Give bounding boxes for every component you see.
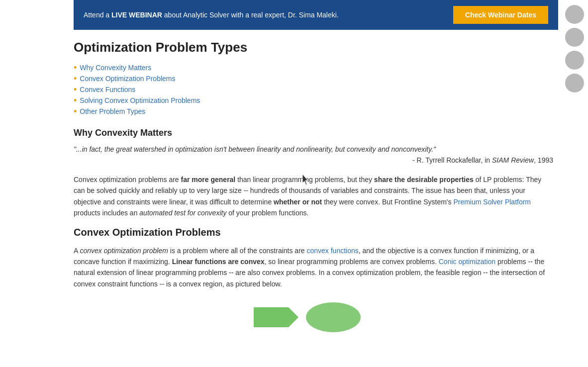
convex-diagram (239, 297, 388, 337)
toc-link-3[interactable]: Convex Functions (80, 86, 135, 93)
toc-bullet-3: • (74, 85, 77, 94)
page-title: Optimization Problem Types (74, 40, 553, 55)
main-content: Optimization Problem Types • Why Convexi… (74, 30, 553, 337)
convex-opt-bold: Linear functions are convex (172, 258, 265, 266)
why-convexity-title: Why Convexity Matters (74, 128, 553, 138)
diagram-area (74, 297, 553, 337)
toc-item-1: • Why Convexity Matters (74, 63, 553, 72)
premium-solver-link[interactable]: Premium Solver Platform (453, 198, 531, 206)
svg-point-1 (306, 302, 361, 332)
convex-functions-link[interactable]: convex functions (306, 247, 358, 255)
toc-link-5[interactable]: Other Problem Types (80, 107, 145, 115)
banner-text: Attend a LIVE WEBINAR about Analytic Sol… (84, 11, 339, 19)
conic-optimization-link[interactable]: Conic optimization (439, 258, 495, 266)
toc-item-5: • Other Problem Types (74, 107, 553, 116)
sidebar-circle-3[interactable] (565, 51, 584, 70)
svg-marker-0 (254, 307, 298, 327)
toc-item-4: • Solving Convex Optimization Problems (74, 96, 553, 105)
attribution-dash: - R. Tyrrell Rockafellar, in (412, 156, 492, 164)
banner-after-text: about Analytic Solver with a real expert… (164, 11, 339, 19)
toc-bullet-4: • (74, 96, 77, 105)
body1-before: Convex optimization problems are (74, 176, 181, 184)
toc-link-2[interactable]: Convex Optimization Problems (80, 75, 175, 83)
quote-text: "...in fact, the great watershed in opti… (74, 145, 553, 153)
body1-after2: they were convex. But Frontline System's (322, 198, 453, 206)
attribution-year: , 1993 (534, 156, 553, 164)
toc-bullet-2: • (74, 74, 77, 83)
sidebar-circle-2[interactable] (565, 28, 584, 47)
toc-item-3: • Convex Functions (74, 85, 553, 94)
check-webinar-dates-button[interactable]: Check Webinar Dates (453, 6, 548, 24)
body1-bold2: share the desirable properties (374, 176, 474, 184)
webinar-banner: Attend a LIVE WEBINAR about Analytic Sol… (74, 0, 558, 30)
banner-bold-text: LIVE WEBINAR (111, 11, 162, 19)
right-sidebar (561, 0, 588, 92)
sidebar-circle-1[interactable] (565, 5, 584, 24)
toc-list: • Why Convexity Matters • Convex Optimiz… (74, 63, 553, 116)
toc-link-4[interactable]: Solving Convex Optimization Problems (80, 96, 200, 104)
convex-opt-body: A convex optimization problem is a probl… (74, 245, 553, 290)
body1-end-before: products includes an (74, 209, 139, 217)
body1-bold3: whether or not (274, 198, 322, 206)
body1-italic: automated test for convexity (139, 209, 226, 217)
toc-bullet-1: • (74, 63, 77, 72)
convex-opt-before: A (74, 247, 80, 255)
convex-opt-italic: convex optimization problem (80, 247, 168, 255)
why-convexity-body: Convex optimization problems are far mor… (74, 174, 553, 219)
attribution-journal: SIAM Review (492, 156, 534, 164)
convex-opt-after2: , so linear programming problems are con… (265, 258, 439, 266)
toc-item-2: • Convex Optimization Problems (74, 74, 553, 83)
body1-bold1: far more general (181, 176, 236, 184)
body1-mid: than linear programming problems, but th… (235, 176, 374, 184)
convex-opt-title: Convex Optimization Problems (74, 227, 553, 238)
sidebar-circle-4[interactable] (565, 74, 584, 92)
toc-bullet-5: • (74, 107, 77, 116)
convex-opt-mid: is a problem where all of the constraint… (168, 247, 307, 255)
body1-end: of your problem functions. (226, 209, 308, 217)
toc-link-1[interactable]: Why Convexity Matters (80, 64, 151, 72)
quote-attribution: - R. Tyrrell Rockafellar, in SIAM Review… (74, 156, 553, 164)
